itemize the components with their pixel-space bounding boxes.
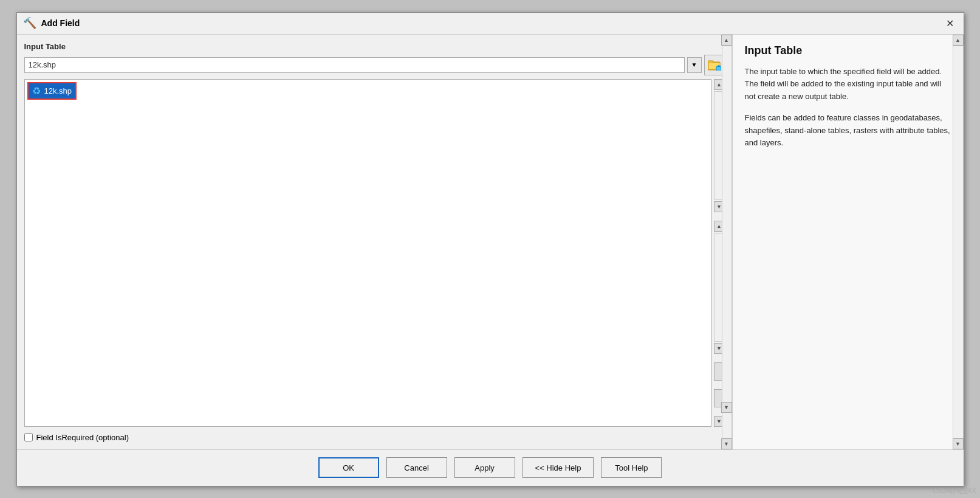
- list-item-selected[interactable]: ♻ 12k.shp: [27, 82, 77, 100]
- tool-help-button[interactable]: Tool Help: [601, 457, 662, 478]
- title-bar: 🔨 Add Field ✕: [17, 13, 964, 35]
- right-panel-para2: Fields can be added to feature classes i…: [745, 112, 951, 150]
- scroll-down-main[interactable]: ▼: [721, 438, 732, 449]
- input-table-field[interactable]: [24, 57, 685, 73]
- dialog-title: Add Field: [41, 18, 80, 28]
- input-table-label: Input Table: [24, 42, 725, 51]
- checkbox-row: Field IsRequired (optional): [24, 433, 725, 442]
- dropdown-button[interactable]: ▼: [687, 57, 702, 73]
- scroll-down-right[interactable]: ▼: [953, 438, 964, 449]
- right-panel-para1: The input table to which the specified f…: [745, 66, 951, 103]
- hide-help-button[interactable]: << Hide Help: [523, 457, 594, 478]
- right-panel: ▲ ▼ Input Table The input table to which…: [733, 35, 964, 449]
- cancel-button[interactable]: Cancel: [386, 457, 447, 478]
- close-button[interactable]: ✕: [942, 16, 958, 30]
- footer: OK Cancel Apply << Hide Help Tool Help C…: [17, 449, 964, 486]
- list-area-wrapper: ♻ 12k.shp ▲ ▼ ▲ ▼: [24, 79, 725, 427]
- field-required-checkbox[interactable]: [24, 433, 33, 441]
- list-area[interactable]: ♻ 12k.shp: [24, 79, 711, 427]
- title-bar-left: 🔨 Add Field: [23, 16, 80, 30]
- list-item-label: 12k.shp: [44, 86, 72, 95]
- scroll-up-right[interactable]: ▲: [953, 35, 964, 46]
- hammer-icon: 🔨: [23, 16, 36, 30]
- left-panel: ▲ ▼ Input Table ▼: [17, 35, 733, 449]
- ok-button[interactable]: OK: [318, 457, 379, 478]
- recycle-icon: ♻: [32, 85, 41, 97]
- main-content: ▲ ▼ Input Table ▼: [17, 35, 964, 449]
- apply-button[interactable]: Apply: [454, 457, 515, 478]
- scroll-bottom[interactable]: ▼: [721, 402, 732, 413]
- field-required-label: Field IsRequired (optional): [36, 433, 129, 442]
- scroll-up-main[interactable]: ▲: [721, 35, 732, 46]
- watermark: CSDN@元宝KK: [933, 487, 976, 496]
- add-field-dialog: 🔨 Add Field ✕ ▲ ▼ Input Table ▼: [16, 12, 964, 486]
- svg-rect-3: [716, 66, 721, 71]
- right-panel-title: Input Table: [745, 44, 951, 57]
- input-row: ▼: [24, 55, 725, 75]
